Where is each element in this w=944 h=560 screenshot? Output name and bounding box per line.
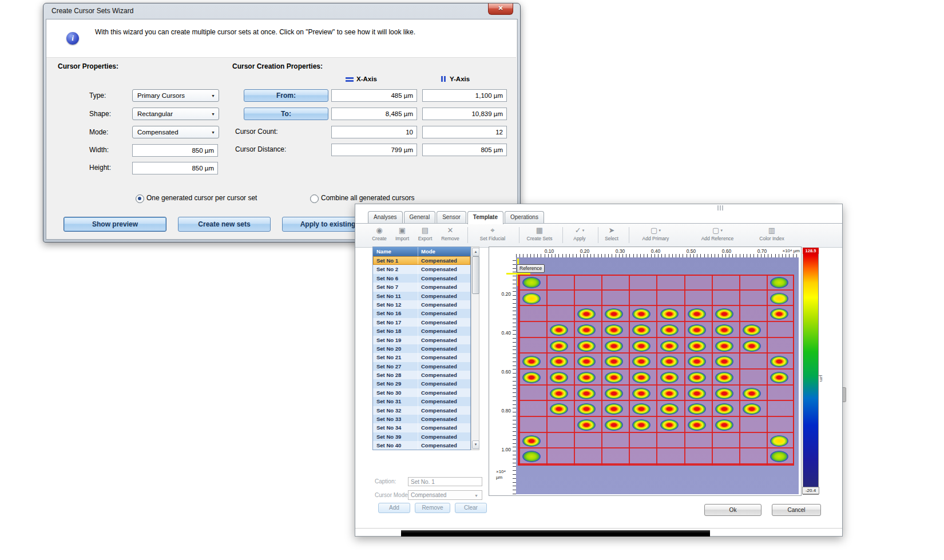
cursor-blob[interactable]	[742, 403, 761, 415]
cursor-blob[interactable]	[604, 371, 624, 383]
mode-dropdown[interactable]: Compensated ▼	[132, 126, 219, 138]
table-row[interactable]: Set No 27Compensated	[373, 362, 470, 371]
table-row[interactable]: Set No 32Compensated	[373, 406, 470, 415]
cursor-blob[interactable]	[715, 340, 734, 352]
cursor-blob[interactable]	[660, 403, 679, 415]
table-row[interactable]: Set No 1Compensated	[373, 256, 470, 265]
table-row[interactable]: Set No 18Compensated	[373, 327, 470, 335]
scrollbar-thumb[interactable]	[472, 256, 479, 294]
cursor-blob[interactable]	[715, 308, 734, 320]
create-sets-button[interactable]: ▦Create Sets	[518, 225, 561, 241]
cursor-blob[interactable]	[687, 356, 707, 368]
cursor-blob[interactable]	[604, 403, 624, 415]
scroll-down-icon[interactable]: ▼	[472, 440, 479, 449]
remove-button[interactable]: Remove	[415, 503, 450, 513]
cursor-mode-dropdown[interactable]: Compensated ▼	[408, 490, 482, 500]
cursor-blob[interactable]	[715, 371, 734, 383]
cursor-blob[interactable]	[742, 387, 761, 399]
cursor-blob[interactable]	[715, 387, 734, 399]
tab-general[interactable]: General	[404, 211, 436, 223]
cursor-blob[interactable]	[660, 324, 679, 336]
tab-analyses[interactable]: Analyses	[368, 211, 403, 223]
from-x-input[interactable]: 485 µm	[331, 89, 417, 102]
clear-button[interactable]: Clear	[455, 503, 487, 513]
table-scrollbar[interactable]: ▲ ▼	[471, 247, 479, 450]
table-row[interactable]: Set No 19Compensated	[373, 336, 470, 344]
table-row[interactable]: Set No 39Compensated	[373, 432, 470, 441]
cursor-blob[interactable]	[632, 324, 651, 336]
cursor-blob[interactable]	[715, 403, 734, 415]
cursor-blob[interactable]	[770, 435, 789, 447]
color-index-button[interactable]: ▥Color Index	[750, 225, 794, 241]
cursor-distance-y-input[interactable]: 805 µm	[422, 144, 507, 156]
cursor-blob[interactable]	[577, 387, 596, 399]
cursor-blob[interactable]	[770, 371, 789, 383]
cursor-blob[interactable]	[604, 340, 624, 352]
cursor-blob[interactable]	[660, 371, 679, 383]
add-button[interactable]: Add	[378, 503, 410, 513]
cursor-blob[interactable]	[742, 340, 761, 352]
cursor-blob[interactable]	[549, 403, 569, 415]
cursor-blob[interactable]	[632, 403, 651, 415]
tab-operations[interactable]: Operations	[505, 211, 544, 223]
scroll-up-icon[interactable]: ▲	[472, 248, 479, 256]
cursor-blob[interactable]	[632, 356, 651, 368]
cursor-blob[interactable]	[577, 371, 596, 383]
cursor-blob[interactable]	[632, 340, 651, 352]
cursor-blob[interactable]	[577, 340, 596, 352]
cursor-blob[interactable]	[770, 308, 789, 320]
cursor-blob[interactable]	[715, 356, 734, 368]
table-row[interactable]: Set No 31Compensated	[373, 397, 470, 406]
cursor-blob[interactable]	[687, 403, 707, 415]
table-row[interactable]: Set No 20Compensated	[373, 344, 470, 353]
cursor-blob[interactable]	[577, 308, 596, 320]
cursor-blob[interactable]	[660, 356, 679, 368]
cursor-blob[interactable]	[604, 387, 624, 399]
to-button[interactable]: To:	[244, 108, 328, 120]
radio-combine-all[interactable]	[310, 194, 319, 203]
height-input[interactable]: 850 µm	[132, 162, 218, 174]
table-row[interactable]: Set No 28Compensated	[373, 371, 470, 379]
cursor-blob[interactable]	[687, 340, 707, 352]
table-row[interactable]: Set No 33Compensated	[373, 415, 470, 423]
table-row[interactable]: Set No 17Compensated	[373, 318, 470, 327]
table-row[interactable]: Set No 11Compensated	[373, 292, 470, 300]
cursor-blob[interactable]	[549, 324, 569, 336]
cursor-blob[interactable]	[549, 387, 569, 399]
table-row[interactable]: Set No 16Compensated	[373, 309, 470, 317]
to-x-input[interactable]: 8,485 µm	[331, 108, 417, 120]
tab-sensor[interactable]: Sensor	[437, 211, 466, 223]
cursor-blob[interactable]	[522, 276, 541, 288]
cursor-distance-x-input[interactable]: 799 µm	[331, 144, 417, 156]
table-row[interactable]: Set No 12Compensated	[373, 300, 470, 309]
width-input[interactable]: 850 µm	[132, 144, 218, 157]
cursor-blob[interactable]	[770, 292, 789, 304]
cursor-blob[interactable]	[522, 371, 541, 383]
create-new-sets-button[interactable]: Create new sets	[178, 217, 271, 232]
cursor-blob[interactable]	[715, 324, 734, 336]
reference-tag[interactable]: Reference	[517, 264, 545, 273]
cursor-blob[interactable]	[577, 419, 596, 431]
cursor-blob[interactable]	[660, 419, 679, 431]
cursor-blob[interactable]	[687, 419, 707, 431]
cursor-blob[interactable]	[604, 356, 624, 368]
cursor-blob[interactable]	[549, 371, 569, 383]
cursor-blob[interactable]	[522, 435, 541, 447]
type-dropdown[interactable]: Primary Cursors ▼	[132, 89, 219, 102]
from-y-input[interactable]: 1,100 µm	[422, 89, 507, 102]
cursor-blob[interactable]	[770, 451, 789, 463]
radio-one-cursor-per-set[interactable]	[136, 194, 144, 203]
table-row[interactable]: Set No 21Compensated	[373, 353, 470, 362]
cursor-blob[interactable]	[770, 276, 789, 288]
caption-input[interactable]: Set No. 1	[408, 477, 482, 486]
window-grip-icon[interactable]	[717, 205, 723, 211]
cursor-blob[interactable]	[604, 419, 624, 431]
cursor-blob[interactable]	[632, 308, 651, 320]
cursor-blob[interactable]	[577, 356, 596, 368]
add-primary-button[interactable]: ▢▾Add Primary	[634, 225, 677, 241]
table-row[interactable]: Set No 40Compensated	[373, 441, 470, 450]
cancel-button[interactable]: Cancel	[772, 504, 821, 516]
set-fiducial-button[interactable]: ⌖Set Fiducial	[471, 225, 514, 241]
select-button[interactable]: ➤Select	[590, 225, 633, 241]
cursor-blob[interactable]	[687, 308, 707, 320]
